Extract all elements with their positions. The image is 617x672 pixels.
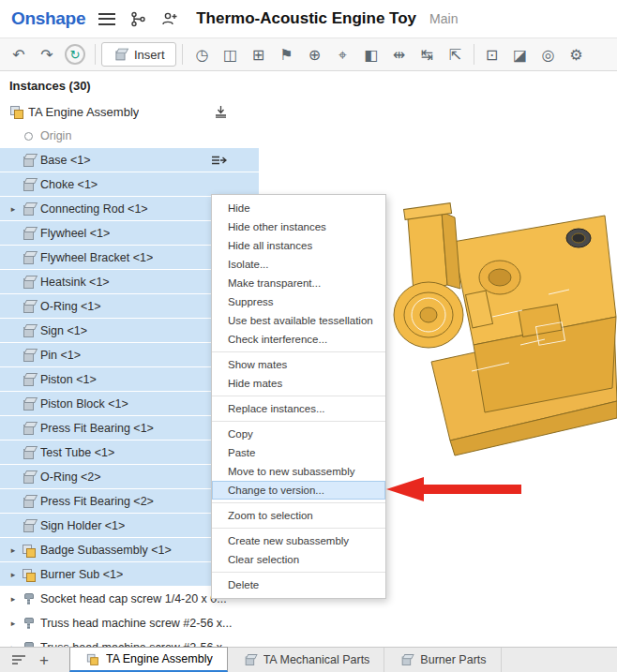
chevron-right-icon[interactable]: ▸ (6, 594, 21, 604)
document-tab[interactable]: TA Mechanical Parts (228, 648, 385, 672)
chevron-right-icon[interactable]: ▸ (6, 619, 21, 628)
tab-icon (243, 653, 256, 666)
bolt-icon (21, 640, 36, 647)
named-positions-icon[interactable]: ⚑ (273, 41, 301, 67)
insert-part-icon (113, 48, 127, 61)
menu-item-label: Create new subassembly (228, 535, 349, 546)
menu-item[interactable]: Make transparent... (212, 274, 385, 292)
tab-label: Burner Parts (420, 653, 486, 666)
menu-item[interactable]: Create new subassembly (212, 531, 385, 550)
menu-item[interactable]: Hide all instances (212, 236, 385, 255)
redo-icon[interactable]: ↷ (33, 41, 61, 67)
toolbar-separator (182, 44, 183, 65)
menu-item[interactable]: Move to new subassembly (212, 462, 385, 481)
chevron-right-icon[interactable]: ▸ (6, 643, 21, 647)
versions-icon[interactable] (128, 9, 147, 28)
menu-item-label: Paste (228, 447, 255, 458)
bolt-icon (21, 591, 36, 606)
chevron-right-icon[interactable]: ▸ (6, 570, 21, 579)
tab-label: TA Engine Assembly (106, 652, 213, 665)
select-icon[interactable]: ⊡ (478, 41, 506, 67)
onshape-app: Onshape Thermo-Acoustic Engine Toy Main … (0, 0, 617, 672)
instance-row[interactable]: ▸ TA Engine Assembly (0, 99, 259, 124)
menu-item-label: Check interference... (228, 334, 327, 345)
menu-item[interactable]: Paste (212, 443, 385, 462)
main-area: Instances (30) ▸ TA Engine Assembly ▸ Or… (0, 71, 617, 647)
menu-item-label: Move to new subassembly (228, 466, 355, 477)
group-icon[interactable]: ◫ (217, 41, 245, 67)
chevron-right-icon[interactable]: ▸ (6, 545, 21, 555)
part-icon (21, 470, 36, 485)
menu-item[interactable]: Clear selection (212, 550, 385, 569)
instance-row[interactable]: ▸ Truss head machine screw #2-56 x... (0, 611, 259, 635)
insert-button[interactable]: Insert (101, 42, 176, 67)
replicate-icon[interactable]: ⊞ (245, 41, 273, 67)
share-icon[interactable] (160, 9, 179, 28)
part-icon (21, 275, 36, 290)
workspace-name[interactable]: Main (429, 11, 458, 26)
menu-item-label: Make transparent... (228, 277, 321, 289)
instance-label: Choke <1> (40, 178, 98, 191)
update-icon[interactable]: ↻ (61, 41, 89, 67)
document-tab[interactable]: TA Engine Assembly (69, 647, 228, 672)
transform-icon[interactable]: ⇱ (442, 41, 470, 67)
3d-model[interactable] (380, 202, 617, 474)
menu-item-label: Hide mates (228, 378, 282, 389)
menu-item-label: Hide (228, 202, 250, 214)
menu-item-label: Delete (228, 579, 259, 590)
part-icon (21, 396, 36, 411)
menu-item[interactable]: Hide other instances (212, 217, 385, 236)
menu-item[interactable]: Zoom to selection (212, 506, 385, 525)
instance-label: Flywheel Bracket <1> (40, 251, 153, 264)
tab-manager-icon[interactable] (11, 653, 26, 666)
menu-item[interactable]: Copy (212, 425, 385, 443)
move-icon[interactable]: ⇹ (385, 41, 414, 67)
mated-icon (212, 156, 227, 165)
instance-label: Press Fit Bearing <1> (40, 422, 154, 435)
chevron-right-icon[interactable]: ▸ (6, 204, 21, 214)
onshape-logo[interactable]: Onshape (11, 8, 85, 29)
instance-row[interactable]: ▸ Truss head machine screw #2-56 x... (0, 635, 259, 647)
instance-label: Badge Subassembly <1> (40, 544, 172, 557)
instance-label: Heatsink <1> (40, 276, 110, 289)
menu-item[interactable]: Hide (212, 199, 385, 217)
instance-label: Press Fit Bearing <2> (40, 495, 154, 508)
context-menu: Hide Hide other instances Hide all insta… (211, 194, 386, 599)
settings-icon[interactable]: ⚙ (563, 41, 591, 67)
snapshot-icon[interactable]: ⌖ (329, 41, 357, 67)
part-icon (21, 445, 36, 460)
document-tab[interactable]: Burner Parts (384, 648, 501, 672)
part-icon (21, 226, 36, 241)
menu-item[interactable]: Hide mates (212, 374, 385, 393)
menu-item-label: Hide all instances (228, 240, 312, 251)
isolate-icon[interactable]: ◎ (534, 41, 563, 67)
menu-item[interactable]: Delete (212, 575, 385, 594)
menu-item[interactable]: Suppress (212, 292, 385, 311)
menu-item-label: Suppress (228, 296, 274, 307)
toolbar-separator (95, 44, 96, 65)
section-view-icon[interactable]: ◪ (506, 41, 534, 67)
instance-label: Socket head cap screw 1/4-20 x 0... (40, 592, 227, 605)
instance-label: Base <1> (40, 154, 91, 167)
undo-icon[interactable]: ↶ (5, 41, 33, 67)
explode-icon[interactable]: ⊕ (301, 41, 329, 67)
menu-item[interactable]: Change to version... (212, 481, 385, 500)
part-icon (21, 202, 36, 217)
instance-row[interactable]: ▸ Origin (0, 124, 259, 148)
menu-item[interactable]: Use best available tessellation (212, 311, 385, 330)
menu-item[interactable]: Replace instances... (212, 399, 385, 418)
menu-item[interactable]: Show mates (212, 355, 385, 374)
new-tab-icon[interactable]: + (39, 652, 49, 668)
menu-item[interactable]: Check interference... (212, 330, 385, 349)
measure-icon[interactable]: ↹ (414, 41, 442, 67)
part-icon (21, 250, 36, 265)
menu-separator (212, 528, 385, 529)
mate-icon[interactable]: ◷ (188, 41, 217, 67)
instance-label: Truss head machine screw #2-56 x... (40, 641, 233, 647)
instance-row[interactable]: ▸ Base <1> (0, 148, 259, 172)
hamburger-menu-icon[interactable] (98, 13, 115, 25)
anchor-icon (215, 106, 227, 118)
display-states-icon[interactable]: ◧ (357, 41, 385, 67)
menu-item[interactable]: Isolate... (212, 255, 385, 274)
instance-label: Piston <1> (40, 373, 97, 386)
